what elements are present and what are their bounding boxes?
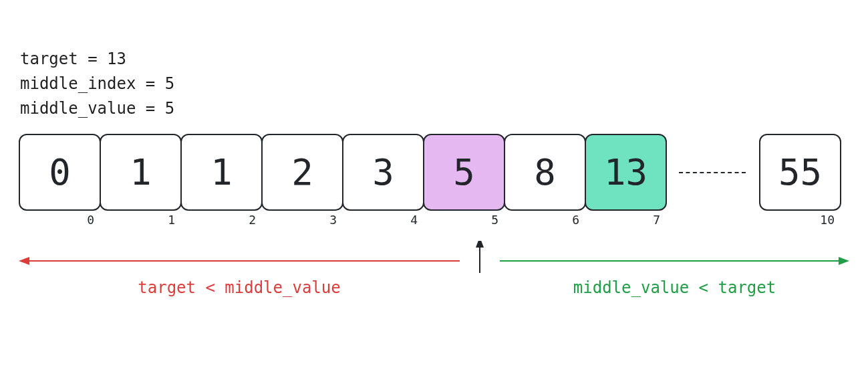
array-cell: 137	[585, 134, 667, 211]
svg-marker-3	[839, 257, 849, 265]
info-target: target = 13	[20, 47, 174, 72]
array-gap	[666, 134, 759, 211]
cell-index: 3	[329, 213, 337, 227]
array-row: 001112233455861375510	[19, 134, 841, 211]
label-right: middle_value < target	[500, 278, 849, 297]
cell-index: 7	[653, 213, 660, 227]
array-cell: 11	[100, 134, 182, 211]
cell-value: 8	[534, 151, 556, 193]
cell-value: 1	[210, 151, 233, 193]
array-cell: 00	[19, 134, 101, 211]
cell-value: 2	[291, 151, 313, 193]
array-cell: 55	[423, 134, 505, 211]
arrows-area: target < middle_value middle_value < tar…	[19, 241, 849, 294]
cell-value: 0	[49, 151, 71, 193]
cell-value: 13	[604, 151, 647, 193]
cell-index: 10	[820, 213, 835, 227]
info-middle-value: middle_value = 5	[20, 96, 174, 121]
diagram-canvas: target = 13 middle_index = 5 middle_valu…	[0, 0, 868, 380]
label-left: target < middle_value	[19, 278, 460, 297]
cell-index: 5	[491, 213, 498, 227]
ellipsis-icon	[679, 172, 746, 173]
array-cell: 34	[342, 134, 424, 211]
array-cell: 5510	[759, 134, 841, 211]
cell-value: 1	[130, 151, 152, 193]
array-cell: 86	[504, 134, 586, 211]
svg-marker-5	[476, 241, 484, 248]
cell-index: 1	[168, 213, 175, 227]
array-cell: 12	[180, 134, 263, 211]
cell-value: 3	[372, 151, 394, 193]
cell-index: 0	[87, 213, 94, 227]
array-cell: 23	[261, 134, 343, 211]
cell-index: 6	[572, 213, 579, 227]
svg-marker-1	[19, 257, 29, 265]
cell-value: 55	[778, 151, 822, 193]
info-block: target = 13 middle_index = 5 middle_valu…	[20, 47, 174, 122]
cell-index: 4	[410, 213, 418, 227]
info-middle-index: middle_index = 5	[20, 72, 174, 96]
cell-index: 2	[249, 213, 256, 227]
cell-value: 5	[453, 151, 475, 193]
